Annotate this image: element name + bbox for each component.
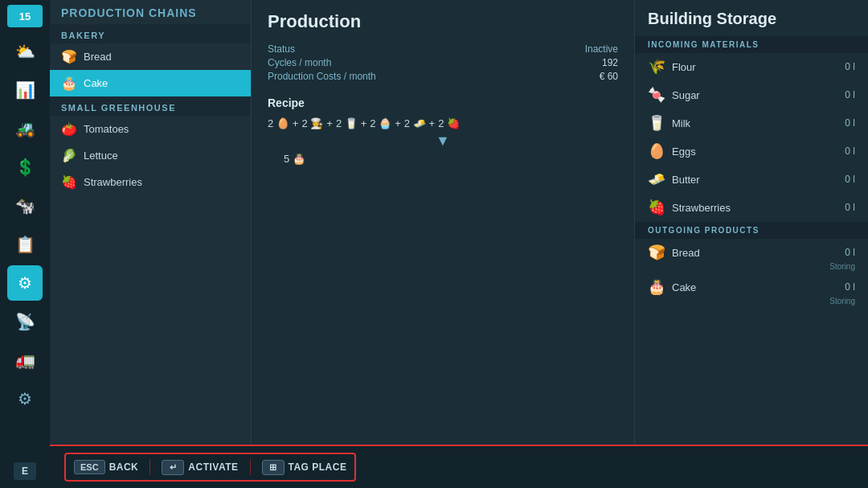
sidebar-item-monitor[interactable]: 📡 [7, 304, 43, 339]
sugar-value: 0 l [845, 89, 855, 100]
esc-key: ESC [74, 460, 105, 474]
production-stats: Status Inactive Cycles / month 192 Produ… [268, 43, 618, 82]
recipe-ingredient-strawberry: 2 🍓 [438, 117, 460, 129]
strawberries-icon: 🍓 [61, 174, 77, 190]
storage-item-butter[interactable]: 🧈 Butter 0 l [635, 166, 868, 194]
stat-costs-value: € 60 [600, 71, 618, 82]
recipe-ingredient-cook: 2 👩‍🍳 [301, 117, 323, 129]
flour-name: Flour [672, 61, 838, 73]
chain-item-tomatoes[interactable]: 🍅 Tomatoes [50, 116, 251, 142]
sidebar-item-stats[interactable]: 📊 [7, 72, 43, 108]
panel-production-chains: PRODUCTION CHAINS BAKERY 🍞 Bread 🎂 Cake … [50, 0, 251, 488]
chain-item-cake[interactable]: 🎂 Cake [50, 70, 251, 96]
production-title: Production [268, 11, 618, 32]
stat-status-value: Inactive [585, 43, 618, 55]
outgoing-products-header: OUTGOING PRODUCTS [635, 222, 868, 239]
lettuce-icon: 🥬 [61, 148, 77, 163]
separator-2 [250, 459, 251, 475]
eggs-icon: 🥚 [648, 142, 665, 160]
chain-item-strawberries[interactable]: 🍓 Strawberries [50, 169, 251, 195]
incoming-materials-header: INCOMING MATERIALS [635, 36, 868, 53]
panel-building-storage: Building Storage INCOMING MATERIALS 🌾 Fl… [635, 0, 868, 488]
stat-status-label: Status [268, 43, 295, 55]
storage-item-milk[interactable]: 🥛 Milk 0 l [635, 109, 868, 137]
milk-name: Milk [672, 117, 838, 129]
chain-item-tomatoes-label: Tomatoes [84, 123, 129, 135]
activate-button[interactable]: ↵ ACTIVATE [162, 460, 238, 475]
cake-storing-label: Storing [829, 297, 855, 306]
storage-item-cake-out[interactable]: 🎂 Cake 0 l Storing [635, 273, 868, 308]
storage-item-sugar[interactable]: 🍬 Sugar 0 l [635, 81, 868, 109]
tomatoes-icon: 🍅 [61, 121, 77, 137]
recipe-ingredient-eggs: 2 🥚 [268, 117, 289, 129]
bread-storing-label: Storing [829, 262, 855, 271]
recipe-plus-2: + [326, 117, 333, 129]
sidebar-e-key: E [14, 462, 36, 480]
recipe-output-amount: 5 🎂 [284, 153, 305, 165]
stat-costs: Production Costs / month € 60 [268, 71, 618, 82]
flour-value: 0 l [845, 61, 855, 72]
main-area: PRODUCTION CHAINS BAKERY 🍞 Bread 🎂 Cake … [50, 0, 868, 488]
storage-item-strawberries-right[interactable]: 🍓 Strawberries 0 l [635, 194, 868, 222]
chain-item-lettuce-label: Lettuce [84, 150, 118, 162]
eggs-value: 0 l [845, 146, 855, 157]
strawberries-right-icon: 🍓 [648, 199, 665, 216]
sugar-icon: 🍬 [648, 86, 665, 104]
recipe-plus-1: + [293, 117, 299, 129]
chain-item-bread[interactable]: 🍞 Bread [50, 43, 251, 70]
butter-name: Butter [672, 174, 838, 186]
bottom-bar: ESC BACK ↵ ACTIVATE ⊞ TAG PLACE [0, 445, 868, 488]
sidebar: 15 ⛅ 📊 🚜 💲 🐄 📋 ⚙ 📡 🚛 ⚙ E [0, 0, 50, 488]
sidebar-number: 15 [7, 5, 43, 27]
recipe-plus-5: + [429, 117, 436, 129]
enter-key: ↵ [162, 460, 184, 475]
storage-item-bread-out[interactable]: 🍞 Bread 0 l Storing [635, 239, 868, 273]
stat-costs-label: Production Costs / month [268, 71, 376, 82]
bread-out-name: Bread [672, 247, 838, 259]
recipe-ingredient-cupcake: 2 🧁 [370, 117, 391, 129]
recipe-formula: 2 🥚 + 2 👩‍🍳 + 2 🥛 + 2 🧁 + 2 🧈 + 2 🍓 [268, 117, 618, 129]
recipe-section: Recipe 2 🥚 + 2 👩‍🍳 + 2 🥛 + 2 🧁 + 2 🧈 + 2… [268, 96, 618, 165]
sugar-name: Sugar [672, 89, 838, 101]
recipe-title: Recipe [268, 96, 618, 109]
storage-item-eggs[interactable]: 🥚 Eggs 0 l [635, 137, 868, 166]
tag-key: ⊞ [262, 460, 285, 475]
cake-out-name: Cake [672, 281, 838, 293]
chain-item-lettuce[interactable]: 🥬 Lettuce [50, 142, 251, 169]
chain-item-strawberries-label: Strawberries [84, 176, 142, 188]
recipe-arrow: ▼ [268, 133, 618, 150]
recipe-ingredient-butter: 2 🧈 [404, 117, 426, 129]
stat-cycles-value: 192 [602, 57, 618, 68]
tag-place-button[interactable]: ⊞ TAG PLACE [262, 460, 347, 475]
sidebar-item-farm[interactable]: 🚜 [7, 111, 43, 146]
sidebar-item-animal[interactable]: 🐄 [7, 188, 43, 223]
milk-icon: 🥛 [648, 114, 665, 132]
cake-out-icon: 🎂 [648, 278, 665, 296]
building-storage-title: Building Storage [635, 0, 868, 36]
separator-1 [149, 459, 150, 475]
category-greenhouse: SMALL GREENHOUSE [50, 96, 251, 116]
sidebar-item-tractor2[interactable]: 🚛 [7, 342, 43, 378]
sidebar-item-production[interactable]: ⚙ [7, 265, 43, 301]
sidebar-item-settings[interactable]: ⚙ [7, 381, 43, 416]
butter-icon: 🧈 [648, 170, 665, 188]
sidebar-item-weather[interactable]: ⛅ [7, 34, 43, 69]
bread-out-icon: 🍞 [648, 244, 665, 261]
panel-left-title: PRODUCTION CHAINS [50, 0, 251, 24]
category-bakery: BAKERY [50, 24, 251, 43]
stat-cycles: Cycles / month 192 [268, 57, 618, 68]
sidebar-item-money[interactable]: 💲 [7, 150, 43, 185]
sidebar-item-news[interactable]: 📋 [7, 227, 43, 262]
eggs-name: Eggs [672, 146, 838, 158]
back-label: BACK [109, 461, 139, 473]
bottom-bar-buttons: ESC BACK ↵ ACTIVATE ⊞ TAG PLACE [64, 453, 356, 482]
cake-icon: 🎂 [61, 76, 77, 91]
chain-item-cake-label: Cake [84, 77, 108, 89]
tag-place-label: TAG PLACE [289, 461, 347, 473]
recipe-plus-3: + [361, 117, 367, 129]
bread-out-value: 0 l [845, 247, 855, 258]
storage-item-flour[interactable]: 🌾 Flour 0 l [635, 53, 868, 81]
back-button[interactable]: ESC BACK [74, 460, 138, 474]
strawberries-right-value: 0 l [845, 202, 855, 213]
recipe-ingredient-milk: 2 🥛 [336, 117, 358, 129]
